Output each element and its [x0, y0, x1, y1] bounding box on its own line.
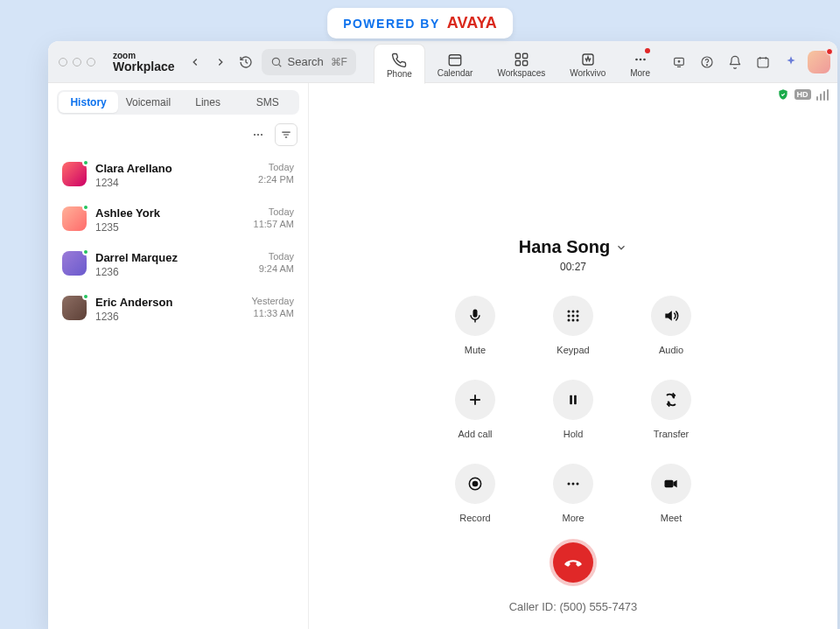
- subtab-sms[interactable]: SMS: [238, 92, 298, 113]
- record-icon: [466, 475, 484, 493]
- notification-dot: [645, 48, 650, 53]
- pause-icon: [565, 392, 581, 408]
- meet-button[interactable]: [651, 464, 691, 504]
- callee-selector[interactable]: Hana Song: [519, 237, 627, 257]
- speaker-icon: [662, 307, 680, 325]
- active-call-panel: HD Hana Song 00:27 Mute: [309, 83, 837, 629]
- svg-point-36: [577, 319, 579, 322]
- audio-label: Audio: [659, 345, 683, 355]
- hold-button[interactable]: [553, 380, 593, 420]
- ai-companion-button[interactable]: [780, 51, 802, 73]
- search-input[interactable]: Search ⌘F: [262, 49, 356, 75]
- app-window: zoom Workplace Search ⌘F Phone Calendar: [48, 41, 837, 629]
- window-controls[interactable]: [59, 58, 95, 66]
- call-history-item[interactable]: Ashlee York 1235 Today 11:57 AM: [57, 198, 299, 242]
- addcall-label: Add call: [458, 429, 492, 439]
- workspaces-icon: [514, 52, 529, 67]
- end-call-button[interactable]: [553, 542, 593, 583]
- contact-name: Ashlee York: [95, 206, 245, 220]
- help-button[interactable]: [696, 51, 718, 73]
- call-history-item[interactable]: Darrel Marquez 1236 Today 9:24 AM: [57, 242, 299, 287]
- audio-button[interactable]: [651, 296, 691, 336]
- svg-point-20: [254, 134, 256, 136]
- tab-calendar[interactable]: Calendar: [425, 43, 486, 83]
- tab-workspaces-label: Workspaces: [497, 68, 545, 78]
- mute-button[interactable]: [455, 296, 495, 336]
- call-duration: 00:27: [560, 261, 586, 273]
- contact-number: 1234: [95, 177, 249, 189]
- hold-label: Hold: [564, 429, 584, 439]
- tab-workspaces[interactable]: Workspaces: [485, 43, 557, 83]
- meet-control: Meet: [640, 464, 702, 523]
- svg-point-21: [257, 134, 259, 136]
- call-status-bar: HD: [777, 88, 830, 101]
- presence-dot: [82, 159, 89, 166]
- record-label: Record: [459, 513, 490, 523]
- svg-line-1: [278, 64, 281, 66]
- subtab-history[interactable]: History: [59, 92, 118, 113]
- filter-button[interactable]: [275, 123, 298, 146]
- call-day: Today: [254, 206, 294, 217]
- contact-number: 1236: [95, 266, 250, 278]
- call-time: 11:33 AM: [251, 308, 294, 318]
- profile-avatar[interactable]: [808, 51, 830, 73]
- svg-point-31: [568, 315, 570, 318]
- tab-workvivo[interactable]: Workvivo: [557, 43, 618, 83]
- presence-dot: [82, 204, 89, 211]
- brand: zoom Workplace: [113, 52, 175, 73]
- toolbar-right: [668, 51, 830, 73]
- nav-forward-button[interactable]: [211, 51, 231, 73]
- subtab-lines[interactable]: Lines: [178, 92, 238, 113]
- phone-subtabs: History Voicemail Lines SMS: [57, 90, 299, 115]
- caller-id: Caller ID: (500) 555-7473: [509, 600, 638, 613]
- presence-dot: [826, 48, 833, 55]
- signal-bars-icon: [816, 89, 830, 101]
- call-day: Today: [259, 251, 294, 262]
- keypad-button[interactable]: [553, 296, 593, 336]
- record-control: Record: [444, 464, 506, 523]
- nav-back-button[interactable]: [186, 51, 206, 73]
- call-day: Today: [258, 162, 294, 172]
- list-more-button[interactable]: [247, 123, 270, 146]
- tab-phone[interactable]: Phone: [374, 44, 425, 84]
- chevron-down-icon: [615, 241, 627, 254]
- plus-icon: [466, 391, 484, 409]
- subtab-voicemail[interactable]: Voicemail: [118, 92, 178, 113]
- history-button[interactable]: [236, 51, 256, 73]
- transfer-button[interactable]: [651, 380, 691, 420]
- toolbar: zoom Workplace Search ⌘F Phone Calendar: [48, 41, 837, 83]
- contact-avatar: [62, 251, 87, 276]
- call-time: 9:24 AM: [259, 263, 294, 274]
- svg-rect-4: [515, 53, 520, 58]
- body: History Voicemail Lines SMS Clara Arella…: [48, 83, 837, 629]
- call-time: 2:24 PM: [258, 174, 294, 185]
- today-button[interactable]: [752, 51, 774, 73]
- record-button[interactable]: [455, 464, 495, 504]
- svg-rect-40: [574, 395, 577, 405]
- svg-point-0: [272, 58, 279, 65]
- tab-more-label: More: [630, 68, 650, 78]
- tab-calendar-label: Calendar: [438, 68, 473, 78]
- transfer-icon: [662, 391, 680, 409]
- svg-point-16: [706, 64, 707, 65]
- transfer-control: Transfer: [640, 380, 702, 439]
- call-history-item[interactable]: Clara Arellano 1234 Today 2:24 PM: [57, 153, 299, 198]
- svg-point-35: [572, 319, 575, 322]
- brand-product: zoom: [113, 52, 175, 60]
- more-button[interactable]: [553, 464, 593, 504]
- svg-rect-46: [665, 480, 674, 487]
- powered-by-banner: POWERED BY AVAYA: [327, 8, 513, 38]
- sidebar: History Voicemail Lines SMS Clara Arella…: [48, 83, 309, 629]
- call-history-item[interactable]: Eric Anderson 1236 Yesterday 11:33 AM: [57, 287, 299, 332]
- add-call-button[interactable]: [455, 380, 495, 420]
- tab-more[interactable]: More: [618, 43, 662, 83]
- call-controls: Hana Song 00:27 Mute Ke: [389, 237, 757, 613]
- host-button[interactable]: [668, 51, 690, 73]
- contact-name: Darrel Marquez: [95, 251, 250, 264]
- keypad-control: Keypad: [542, 296, 604, 355]
- svg-point-13: [678, 60, 680, 62]
- video-icon: [662, 475, 680, 493]
- notifications-button[interactable]: [724, 51, 746, 73]
- svg-point-44: [572, 483, 575, 486]
- contact-number: 1236: [95, 311, 242, 323]
